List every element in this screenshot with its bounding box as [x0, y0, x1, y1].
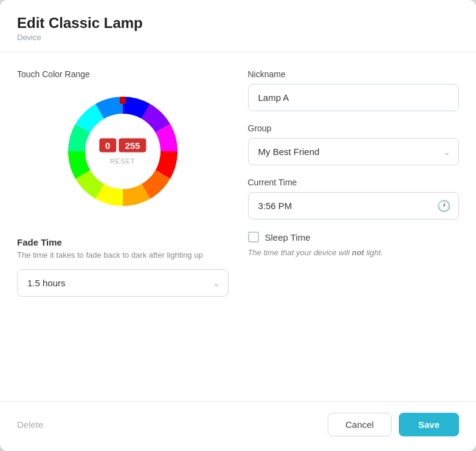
sleep-time-row: Sleep Time: [248, 232, 460, 243]
nickname-label: Nickname: [248, 69, 460, 79]
sleep-time-description: The time that your device will not light…: [248, 247, 460, 258]
sleep-time-checkbox[interactable]: [248, 232, 259, 243]
fade-time-description: The time it takes to fade back to dark a…: [17, 250, 229, 261]
color-wheel-wrapper[interactable]: 0 255 RESET: [59, 88, 187, 215]
dialog-body: Touch Color Range: [0, 52, 476, 401]
nickname-input[interactable]: [248, 84, 460, 111]
cancel-button[interactable]: Cancel: [328, 413, 391, 436]
fade-time-title: Fade Time: [17, 237, 229, 247]
color-range-label: Touch Color Range: [17, 69, 229, 79]
current-time-label: Current Time: [248, 177, 460, 187]
wheel-values: 0 255: [99, 139, 146, 153]
left-panel: Touch Color Range: [17, 69, 229, 391]
current-time-wrapper: 🕐: [248, 192, 460, 219]
dialog-header: Edit Classic Lamp Device: [0, 0, 476, 52]
group-select[interactable]: My Best FriendLiving RoomBedroom: [248, 138, 460, 165]
wheel-max-value: 255: [119, 139, 146, 153]
dialog-title: Edit Classic Lamp: [17, 15, 459, 32]
fade-time-dropdown[interactable]: 0.5 hours1 hour1.5 hours2 hours3 hours5 …: [17, 269, 229, 297]
svg-rect-1: [120, 97, 126, 104]
footer-right: Cancel Save: [328, 413, 459, 436]
current-time-input[interactable]: [248, 192, 460, 219]
edit-classic-lamp-dialog: Edit Classic Lamp Device Touch Color Ran…: [0, 0, 476, 451]
dialog-subtitle: Device: [17, 33, 459, 42]
wheel-center: 0 255 RESET: [99, 139, 146, 165]
fade-time-section: Fade Time The time it takes to fade back…: [17, 237, 229, 297]
dialog-footer: Delete Cancel Save: [0, 401, 476, 451]
group-label: Group: [248, 123, 460, 133]
color-wheel-container[interactable]: 0 255 RESET: [17, 88, 229, 215]
group-select-wrapper: My Best FriendLiving RoomBedroom ⌄: [248, 138, 460, 165]
fade-time-dropdown-wrapper: 0.5 hours1 hour1.5 hours2 hours3 hours5 …: [17, 269, 229, 297]
sleep-time-label: Sleep Time: [265, 232, 311, 243]
delete-button[interactable]: Delete: [17, 415, 43, 435]
right-panel: Nickname Group My Best FriendLiving Room…: [248, 69, 460, 391]
wheel-min-value: 0: [99, 139, 116, 153]
wheel-reset-button[interactable]: RESET: [110, 157, 136, 165]
save-button[interactable]: Save: [399, 413, 459, 436]
